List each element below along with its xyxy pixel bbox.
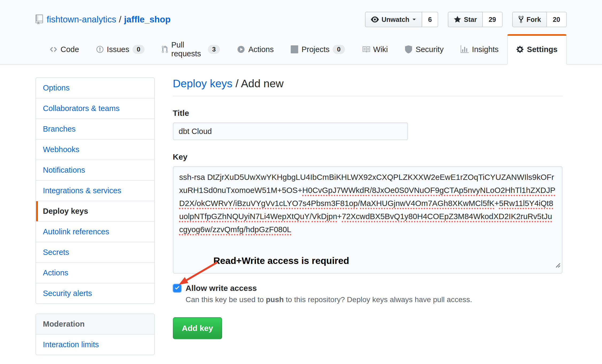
sidebar-item-collaborators-teams[interactable]: Collaborators & teams xyxy=(36,98,154,119)
sidebar-item-webhooks[interactable]: Webhooks xyxy=(36,140,154,160)
projects-counter: 0 xyxy=(333,45,345,54)
repo-separator: / xyxy=(119,14,121,25)
repo-name-link[interactable]: jaffle_shop xyxy=(124,14,170,25)
settings-sidebar: Options Collaborators & teams Branches W… xyxy=(36,77,155,355)
key-textarea[interactable]: ssh-rsa DtZjrXuD5UwXwYKHgbgLU4IbCmBiKHLW… xyxy=(173,166,562,274)
sidebar-item-deploy-keys[interactable]: Deploy keys xyxy=(36,201,154,222)
tab-security[interactable]: Security xyxy=(396,34,452,65)
deploy-keys-breadcrumb-link[interactable]: Deploy keys xyxy=(173,77,232,90)
allow-write-access-label: Allow write access xyxy=(186,284,257,293)
title-label: Title xyxy=(173,109,562,118)
star-button[interactable]: Star xyxy=(448,12,483,27)
tab-projects-label: Projects xyxy=(301,45,329,54)
wiki-book-icon xyxy=(362,45,370,53)
fork-label: Fork xyxy=(527,16,541,23)
project-board-icon xyxy=(291,45,298,53)
repo-tab-nav: Code Issues 0 Pull requests 3 A xyxy=(36,34,567,64)
eye-icon xyxy=(371,15,379,23)
unwatch-label: Unwatch xyxy=(382,16,409,23)
star-button-group: Star 29 xyxy=(448,12,502,27)
moderation-heading: Moderation xyxy=(36,314,154,335)
breadcrumb-separator: / xyxy=(232,77,241,90)
repo-title: fishtown-analytics / jaffle_shop xyxy=(36,14,171,25)
settings-menu: Options Collaborators & teams Branches W… xyxy=(36,77,155,304)
checkmark-icon xyxy=(174,285,180,292)
moderation-menu: Moderation Interaction limits xyxy=(36,314,155,355)
sidebar-item-branches[interactable]: Branches xyxy=(36,119,154,140)
watch-button-group: Unwatch 6 xyxy=(365,12,438,27)
tab-code-label: Code xyxy=(61,45,79,54)
breadcrumb-current: Add new xyxy=(241,77,284,90)
star-label: Star xyxy=(464,16,477,23)
star-icon xyxy=(454,15,461,23)
tab-insights[interactable]: Insights xyxy=(452,34,507,65)
fork-button-group: Fork 20 xyxy=(512,12,567,27)
pulls-counter: 3 xyxy=(208,45,220,54)
repo-header: fishtown-analytics / jaffle_shop Unwatch xyxy=(0,0,602,65)
tab-actions-label: Actions xyxy=(248,45,274,54)
tab-projects[interactable]: Projects 0 xyxy=(282,34,353,65)
help-text-suffix: to this repository? Deploy keys always h… xyxy=(284,295,472,304)
unwatch-button[interactable]: Unwatch xyxy=(365,12,422,27)
repo-book-icon xyxy=(36,14,43,25)
tab-settings[interactable]: Settings xyxy=(507,34,566,65)
help-text-push: push xyxy=(266,295,284,304)
graph-icon xyxy=(461,45,469,53)
pull-request-icon xyxy=(162,45,168,53)
tab-pull-requests[interactable]: Pull requests 3 xyxy=(153,34,228,65)
tab-settings-label: Settings xyxy=(527,45,557,54)
tab-code[interactable]: Code xyxy=(41,34,88,65)
write-access-help-text: Can this key be used to push to this rep… xyxy=(186,295,562,304)
play-icon xyxy=(237,45,245,53)
fork-icon xyxy=(518,15,524,23)
main-content: Deploy keys / Add new Title Key ssh-rsa … xyxy=(173,77,562,355)
tab-insights-label: Insights xyxy=(472,45,499,54)
caret-down-icon xyxy=(412,17,416,22)
sidebar-item-interaction-limits[interactable]: Interaction limits xyxy=(36,335,154,355)
tab-actions[interactable]: Actions xyxy=(228,34,282,65)
tab-wiki-label: Wiki xyxy=(373,45,388,54)
add-key-button[interactable]: Add key xyxy=(173,317,222,339)
sidebar-item-integrations-services[interactable]: Integrations & services xyxy=(36,181,154,201)
help-text-prefix: Can this key be used to xyxy=(186,295,266,304)
sidebar-item-notifications[interactable]: Notifications xyxy=(36,160,154,181)
shield-icon xyxy=(405,45,412,53)
code-icon xyxy=(49,45,57,53)
sidebar-item-security-alerts[interactable]: Security alerts xyxy=(36,283,154,303)
textarea-resize-handle[interactable] xyxy=(554,259,561,272)
issues-counter: 0 xyxy=(133,45,145,54)
stargazers-count[interactable]: 29 xyxy=(483,12,503,27)
sidebar-item-autolink-references[interactable]: Autolink references xyxy=(36,222,154,242)
deploy-key-text: ssh-rsa DtZjrXuD5UwXwYKHgbgLU4IbCmBiKHLW… xyxy=(179,173,556,234)
gear-icon xyxy=(516,45,524,53)
forks-count[interactable]: 20 xyxy=(547,12,567,27)
title-input[interactable] xyxy=(173,122,408,140)
allow-write-access-checkbox[interactable] xyxy=(173,284,181,292)
issue-opened-icon xyxy=(96,45,104,53)
repo-owner-link[interactable]: fishtown-analytics xyxy=(47,14,116,25)
tab-issues[interactable]: Issues 0 xyxy=(88,34,153,65)
tab-wiki[interactable]: Wiki xyxy=(354,34,397,65)
page-title: Deploy keys / Add new xyxy=(173,77,562,96)
sidebar-item-actions[interactable]: Actions xyxy=(36,263,154,283)
key-label: Key xyxy=(173,152,562,161)
sidebar-item-secrets[interactable]: Secrets xyxy=(36,242,154,263)
tab-security-label: Security xyxy=(415,45,444,54)
tab-pulls-label: Pull requests xyxy=(171,41,205,58)
fork-button[interactable]: Fork xyxy=(512,12,547,27)
watchers-count[interactable]: 6 xyxy=(422,12,438,27)
sidebar-item-options[interactable]: Options xyxy=(36,78,154,98)
tab-issues-label: Issues xyxy=(107,45,129,54)
